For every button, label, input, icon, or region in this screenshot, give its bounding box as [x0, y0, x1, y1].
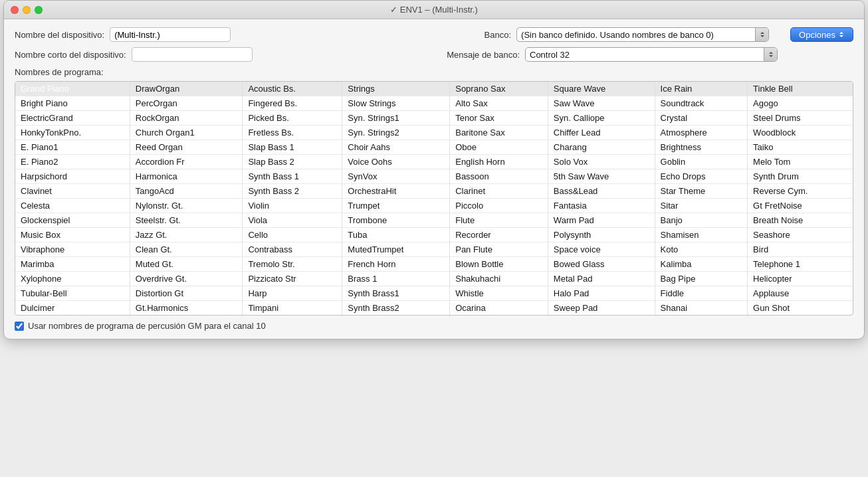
- table-cell[interactable]: E. Piano1: [15, 140, 130, 155]
- table-cell[interactable]: Overdrive Gt.: [130, 272, 243, 286]
- table-cell[interactable]: Tremolo Str.: [243, 257, 342, 272]
- bank-message-select-arrow[interactable]: [764, 48, 777, 61]
- table-cell[interactable]: Gt.Harmonics: [130, 301, 243, 316]
- table-cell[interactable]: Slow Strings: [342, 96, 450, 111]
- table-cell[interactable]: Accordion Fr: [130, 155, 243, 169]
- table-cell[interactable]: RockOrgan: [130, 111, 243, 126]
- table-cell[interactable]: Trumpet: [342, 199, 450, 213]
- table-cell[interactable]: Steel Drums: [748, 111, 853, 126]
- table-cell[interactable]: Steelstr. Gt.: [130, 213, 243, 228]
- table-cell[interactable]: Gun Shot: [748, 301, 853, 316]
- table-cell[interactable]: ElectricGrand: [15, 111, 130, 126]
- bank-select-arrow[interactable]: [755, 28, 768, 41]
- opciones-button[interactable]: Opciones: [790, 27, 853, 42]
- table-cell[interactable]: Bright Piano: [15, 96, 130, 111]
- table-cell[interactable]: Harpsichord: [15, 169, 130, 184]
- table-cell[interactable]: Kalimba: [655, 257, 748, 272]
- table-cell[interactable]: Space voice: [548, 242, 655, 257]
- table-cell[interactable]: Fingered Bs.: [243, 96, 342, 111]
- table-cell[interactable]: Violin: [243, 199, 342, 213]
- table-cell[interactable]: Square Wave: [548, 82, 655, 96]
- table-cell[interactable]: Synth Bass 2: [243, 184, 342, 199]
- table-cell[interactable]: Fantasia: [548, 199, 655, 213]
- table-cell[interactable]: Tenor Sax: [450, 111, 548, 126]
- table-cell[interactable]: Tuba: [342, 228, 450, 242]
- maximize-button[interactable]: [35, 6, 43, 14]
- table-cell[interactable]: Sitar: [655, 199, 748, 213]
- table-cell[interactable]: Music Box: [15, 228, 130, 242]
- table-cell[interactable]: Reverse Cym.: [748, 184, 853, 199]
- table-cell[interactable]: Timpani: [243, 301, 342, 316]
- table-cell[interactable]: Shakuhachi: [450, 272, 548, 286]
- table-cell[interactable]: Star Theme: [655, 184, 748, 199]
- table-cell[interactable]: Clavinet: [15, 184, 130, 199]
- table-cell[interactable]: Woodblock: [748, 126, 853, 140]
- table-cell[interactable]: Brass 1: [342, 272, 450, 286]
- table-cell[interactable]: Clarinet: [450, 184, 548, 199]
- table-cell[interactable]: DrawOrgan: [130, 82, 243, 96]
- close-button[interactable]: [11, 6, 19, 14]
- table-cell[interactable]: Clean Gt.: [130, 242, 243, 257]
- table-cell[interactable]: Pan Flute: [450, 242, 548, 257]
- table-cell[interactable]: Synth Drum: [748, 169, 853, 184]
- table-cell[interactable]: Telephone 1: [748, 257, 853, 272]
- table-cell[interactable]: Contrabass: [243, 242, 342, 257]
- table-cell[interactable]: Recorder: [450, 228, 548, 242]
- table-cell[interactable]: Atmosphere: [655, 126, 748, 140]
- table-cell[interactable]: Synth Bass 1: [243, 169, 342, 184]
- table-cell[interactable]: Choir Aahs: [342, 140, 450, 155]
- bank-message-select[interactable]: Control 32: [525, 47, 778, 62]
- table-cell[interactable]: Syn. Strings2: [342, 126, 450, 140]
- table-cell[interactable]: Warm Pad: [548, 213, 655, 228]
- table-cell[interactable]: Applause: [748, 286, 853, 301]
- table-cell[interactable]: Dulcimer: [15, 301, 130, 316]
- table-cell[interactable]: Solo Vox: [548, 155, 655, 169]
- minimize-button[interactable]: [23, 6, 31, 14]
- table-cell[interactable]: Charang: [548, 140, 655, 155]
- table-cell[interactable]: Banjo: [655, 213, 748, 228]
- table-cell[interactable]: Xylophone: [15, 272, 130, 286]
- table-cell[interactable]: Shanai: [655, 301, 748, 316]
- table-cell[interactable]: Ocarina: [450, 301, 548, 316]
- table-cell[interactable]: Piccolo: [450, 199, 548, 213]
- table-cell[interactable]: Glockenspiel: [15, 213, 130, 228]
- table-cell[interactable]: Alto Sax: [450, 96, 548, 111]
- table-cell[interactable]: Polysynth: [548, 228, 655, 242]
- table-cell[interactable]: Harp: [243, 286, 342, 301]
- percussion-checkbox[interactable]: [15, 322, 24, 331]
- table-cell[interactable]: Bass&Lead: [548, 184, 655, 199]
- table-cell[interactable]: Echo Drops: [655, 169, 748, 184]
- table-cell[interactable]: Sweep Pad: [548, 301, 655, 316]
- table-cell[interactable]: Grand Piano: [15, 82, 130, 96]
- table-cell[interactable]: 5th Saw Wave: [548, 169, 655, 184]
- table-cell[interactable]: Voice Oohs: [342, 155, 450, 169]
- table-cell[interactable]: Synth Brass1: [342, 286, 450, 301]
- table-cell[interactable]: Vibraphone: [15, 242, 130, 257]
- table-cell[interactable]: OrchestraHit: [342, 184, 450, 199]
- table-cell[interactable]: Ice Rain: [655, 82, 748, 96]
- table-cell[interactable]: Blown Bottle: [450, 257, 548, 272]
- table-cell[interactable]: TangoAcd: [130, 184, 243, 199]
- table-cell[interactable]: Gt FretNoise: [748, 199, 853, 213]
- table-cell[interactable]: HonkyTonkPno.: [15, 126, 130, 140]
- table-cell[interactable]: French Horn: [342, 257, 450, 272]
- table-cell[interactable]: SynVox: [342, 169, 450, 184]
- table-cell[interactable]: Slap Bass 1: [243, 140, 342, 155]
- table-cell[interactable]: Nylonstr. Gt.: [130, 199, 243, 213]
- table-cell[interactable]: Brightness: [655, 140, 748, 155]
- table-cell[interactable]: Jazz Gt.: [130, 228, 243, 242]
- table-cell[interactable]: Trombone: [342, 213, 450, 228]
- table-cell[interactable]: Acoustic Bs.: [243, 82, 342, 96]
- table-cell[interactable]: Bag Pipe: [655, 272, 748, 286]
- table-cell[interactable]: Marimba: [15, 257, 130, 272]
- table-cell[interactable]: Picked Bs.: [243, 111, 342, 126]
- short-name-input[interactable]: [132, 47, 253, 62]
- table-cell[interactable]: Breath Noise: [748, 213, 853, 228]
- table-cell[interactable]: Taiko: [748, 140, 853, 155]
- table-cell[interactable]: Church Organ1: [130, 126, 243, 140]
- table-cell[interactable]: Synth Brass2: [342, 301, 450, 316]
- table-cell[interactable]: Soprano Sax: [450, 82, 548, 96]
- table-cell[interactable]: Cello: [243, 228, 342, 242]
- table-cell[interactable]: Harmonica: [130, 169, 243, 184]
- table-cell[interactable]: MutedTrumpet: [342, 242, 450, 257]
